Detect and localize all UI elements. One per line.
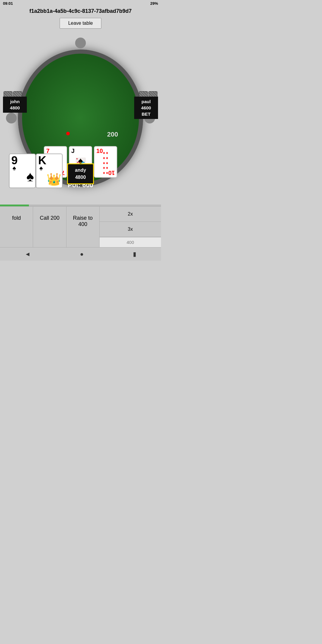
time: 09:01 bbox=[3, 1, 13, 6]
menu-button[interactable]: ▮ bbox=[133, 250, 136, 258]
hole-cards: 9 ♠ ♠ K ♠ 👑 bbox=[9, 154, 63, 188]
paul-chips: 4600 bbox=[137, 105, 155, 111]
table-area: 200 7 ♥ ♥♥ ♥♥ ♥♥ 7 J 🃏 ♠ J 10 bbox=[0, 32, 161, 205]
card-rank: J bbox=[71, 148, 75, 154]
andy-chips: 4800 bbox=[72, 174, 89, 181]
custom-raise-input[interactable] bbox=[100, 237, 161, 247]
paul-player-box: paul 4600 BET bbox=[134, 97, 158, 119]
andy-name: andy bbox=[72, 167, 89, 174]
card-rank-bottom: 10 bbox=[108, 170, 115, 176]
andy-player-box: andy 4800 bbox=[67, 163, 94, 184]
multiplier-column: 2x 3x bbox=[100, 207, 161, 247]
john-player-box: john 4800 bbox=[3, 97, 27, 113]
community-card-3: 10 ♦ ♦♦ ♦♦ ♦♦ ♦♦ ♦ 10 bbox=[94, 146, 117, 178]
hole-card-2: K ♠ 👑 bbox=[36, 154, 63, 188]
seat-left bbox=[6, 113, 17, 123]
john-name: john bbox=[6, 98, 24, 105]
hole-card-center: ♠ bbox=[27, 168, 34, 185]
hole-card-suit: ♠ bbox=[13, 164, 16, 172]
card-rank: 10 bbox=[96, 148, 103, 154]
call-button[interactable]: Call 200 bbox=[33, 207, 66, 247]
back-button[interactable]: ◄ bbox=[25, 251, 31, 258]
card-rank: 7 bbox=[46, 148, 49, 154]
hole-card-1: 9 ♠ ♠ bbox=[9, 154, 36, 188]
raise-button[interactable]: Raise to 400 bbox=[66, 207, 100, 247]
progress-bar bbox=[0, 205, 161, 206]
battery: 29% bbox=[150, 1, 158, 6]
paul-action: BET bbox=[137, 111, 155, 117]
game-title: f1a2bb1a-4a5b-4c9c-8137-73afbad7b9d7 bbox=[0, 7, 161, 16]
john-chips: 4800 bbox=[6, 105, 24, 111]
2x-button[interactable]: 2x bbox=[100, 207, 161, 222]
dealer-dot bbox=[66, 132, 70, 135]
progress-fill bbox=[0, 205, 29, 206]
leave-table-button[interactable]: Leave table bbox=[60, 18, 102, 29]
king-face: 👑 bbox=[47, 172, 61, 186]
paul-name: paul bbox=[137, 98, 155, 105]
status-bar: 09:01 29% bbox=[0, 0, 161, 7]
bet-amount: 200 bbox=[107, 131, 118, 138]
action-area: fold Call 200 Raise to 400 2x 3x bbox=[0, 206, 161, 247]
hole-card-suit: ♠ bbox=[39, 164, 43, 172]
fold-button[interactable]: fold bbox=[0, 207, 33, 247]
seat-top bbox=[75, 38, 86, 48]
home-button[interactable]: ● bbox=[80, 251, 83, 258]
3x-button[interactable]: 3x bbox=[100, 222, 161, 237]
bottom-nav: ◄ ● ▮ bbox=[0, 247, 161, 261]
